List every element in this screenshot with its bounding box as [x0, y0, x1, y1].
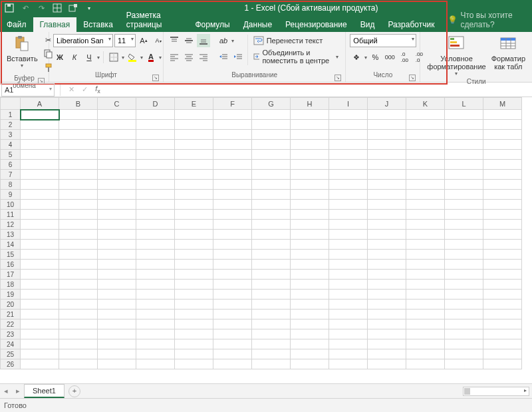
cell[interactable] [329, 329, 368, 339]
cell[interactable] [59, 290, 98, 300]
cell[interactable] [136, 309, 175, 319]
align-bottom-button[interactable] [197, 34, 210, 47]
cell[interactable] [21, 339, 59, 349]
cell[interactable] [368, 210, 406, 220]
cell[interactable] [483, 280, 522, 290]
cell[interactable] [98, 270, 136, 280]
cell[interactable] [252, 329, 291, 339]
cell[interactable] [175, 230, 213, 240]
cell[interactable] [136, 300, 175, 309]
cell[interactable] [98, 160, 136, 170]
cell[interactable] [213, 190, 252, 200]
align-top-button[interactable] [168, 34, 181, 47]
cell[interactable] [252, 160, 291, 170]
cell[interactable] [98, 319, 136, 329]
cell[interactable] [21, 120, 59, 130]
cell[interactable] [291, 180, 329, 190]
cell[interactable] [136, 230, 175, 240]
cell[interactable] [368, 180, 406, 190]
cell[interactable] [59, 200, 98, 210]
cell[interactable] [368, 319, 406, 329]
wrap-text-button[interactable]: Перенести текст [251, 33, 342, 48]
cell[interactable] [368, 160, 406, 170]
cell[interactable] [291, 150, 329, 160]
cell[interactable] [98, 280, 136, 290]
cell[interactable] [406, 240, 445, 250]
cell[interactable] [329, 250, 368, 260]
cell[interactable] [98, 190, 136, 200]
cell[interactable] [21, 240, 59, 250]
cell[interactable] [329, 110, 368, 120]
cell[interactable] [175, 359, 213, 369]
accounting-format-button[interactable]: ❖ [350, 51, 363, 64]
cell[interactable] [445, 120, 483, 130]
cell[interactable] [368, 170, 406, 180]
cell[interactable] [252, 339, 291, 349]
cell[interactable] [291, 329, 329, 339]
column-header[interactable]: B [59, 98, 98, 110]
cell[interactable] [406, 210, 445, 220]
cell[interactable] [445, 130, 483, 140]
cell[interactable] [368, 280, 406, 290]
name-box[interactable]: A1 [1, 83, 55, 97]
cell[interactable] [368, 359, 406, 369]
cancel-button[interactable]: ✕ [65, 85, 78, 94]
cell[interactable] [175, 270, 213, 280]
cell[interactable] [213, 260, 252, 270]
cell[interactable] [136, 120, 175, 130]
cell[interactable] [136, 170, 175, 180]
increase-indent-button[interactable] [231, 51, 245, 64]
cell[interactable] [483, 130, 522, 140]
cell[interactable] [368, 250, 406, 260]
cell[interactable] [136, 250, 175, 260]
cell[interactable] [291, 230, 329, 240]
cell[interactable] [406, 220, 445, 230]
cell[interactable] [406, 280, 445, 290]
cell[interactable] [252, 319, 291, 329]
cell[interactable] [136, 130, 175, 140]
tab-home[interactable]: Главная [33, 17, 77, 32]
tab-review[interactable]: Рецензирование [279, 17, 354, 32]
dialog-launcher-icon[interactable]: ↘ [409, 75, 416, 81]
cell[interactable] [445, 280, 483, 290]
cell[interactable] [368, 309, 406, 319]
cell[interactable] [445, 170, 483, 180]
cell[interactable] [445, 339, 483, 349]
cell[interactable] [136, 220, 175, 230]
decrease-font-button[interactable]: A▾ [152, 34, 165, 47]
percent-button[interactable]: % [368, 51, 382, 64]
cell[interactable] [483, 230, 522, 240]
cell[interactable] [213, 110, 252, 120]
cell[interactable] [252, 140, 291, 150]
column-header[interactable]: L [445, 98, 483, 110]
cell[interactable] [213, 210, 252, 220]
row-header[interactable]: 14 [1, 240, 21, 250]
row-header[interactable]: 22 [1, 319, 21, 329]
tab-file[interactable]: Файл [0, 17, 33, 32]
cell[interactable] [406, 180, 445, 190]
cell[interactable] [98, 210, 136, 220]
tell-me-search[interactable]: 💡 Что вы хотите сделать? [441, 8, 532, 32]
cell[interactable] [329, 220, 368, 230]
cell[interactable] [406, 300, 445, 309]
cell[interactable] [406, 319, 445, 329]
cell[interactable] [21, 309, 59, 319]
cell[interactable] [21, 110, 59, 120]
cell[interactable] [291, 130, 329, 140]
cell[interactable] [329, 170, 368, 180]
cell[interactable] [98, 170, 136, 180]
cell[interactable] [483, 309, 522, 319]
row-header[interactable]: 6 [1, 160, 21, 170]
cell[interactable] [21, 160, 59, 170]
row-header[interactable]: 4 [1, 140, 21, 150]
cell[interactable] [329, 160, 368, 170]
cell[interactable] [213, 160, 252, 170]
row-header[interactable]: 21 [1, 309, 21, 319]
sheet-nav-next[interactable]: ▸ [12, 387, 24, 395]
cell[interactable] [445, 240, 483, 250]
cell[interactable] [445, 180, 483, 190]
cell[interactable] [406, 190, 445, 200]
row-header[interactable]: 7 [1, 170, 21, 180]
cell[interactable] [329, 359, 368, 369]
cell[interactable] [445, 200, 483, 210]
